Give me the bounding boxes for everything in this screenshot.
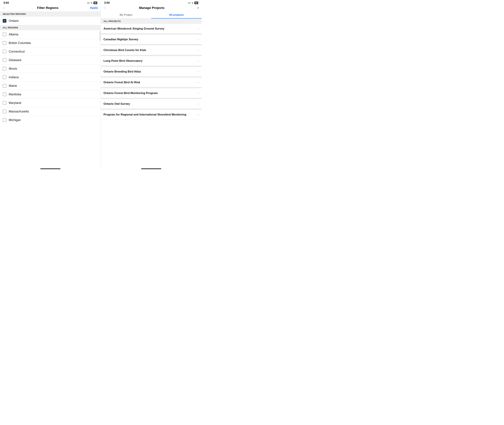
project-row-4[interactable]: Ontario Breeding Bird Atlas › (101, 67, 202, 77)
region-label-6: Maine (9, 84, 17, 88)
project-row-5[interactable]: Ontario Forest Bird At Risk › (101, 78, 202, 87)
time-left: 3:04 (3, 1, 9, 4)
back-button-right[interactable]: ← (103, 6, 106, 10)
project-row-2[interactable]: Christmas Bird Counts for Kids › (101, 45, 202, 55)
chevron-icon-7: › (198, 102, 199, 106)
home-indicator-right (101, 167, 202, 170)
checkbox-alberta[interactable] (3, 33, 6, 36)
project-row-8[interactable]: Program for Regional and International S… (101, 110, 202, 120)
selected-regions-list: Ontario (0, 17, 101, 25)
tab-all-projects[interactable]: All projects (151, 11, 202, 19)
project-label-3: Long Point Bird Observatory (103, 59, 198, 63)
scroll-thumb-left (100, 31, 100, 41)
region-label-7: Manitoba (9, 93, 21, 96)
list-item-illinois[interactable]: Illinois (0, 65, 101, 73)
checkbox-delaware[interactable] (3, 58, 6, 62)
region-label-2: Connecticut (9, 50, 25, 53)
checkbox-ontario[interactable] (3, 19, 6, 23)
project-row-7[interactable]: Ontario Owl Survey › (101, 99, 202, 109)
checkbox-maryland[interactable] (3, 101, 6, 105)
chevron-icon-8: › (198, 113, 199, 116)
chevron-icon-4: › (198, 70, 199, 73)
nav-bar-right: ← Manage Projects ≡ (101, 5, 202, 11)
project-label-7: Ontario Owl Survey (103, 102, 198, 106)
project-row-6[interactable]: Ontario Forest Bird Monitoring Program › (101, 88, 202, 98)
chevron-icon-2: › (198, 48, 199, 52)
list-item-massachusetts[interactable]: Massachusetts (0, 107, 101, 116)
all-regions-list: Alberta British Columbia Connecticut Del… (0, 30, 101, 124)
tab-my-project[interactable]: My Project (101, 11, 151, 19)
project-label-1: Canadian Nightjar Survey (103, 38, 198, 41)
project-row-1[interactable]: Canadian Nightjar Survey › (101, 35, 202, 44)
signal-icon-right: ▪▪▪ (188, 2, 191, 4)
list-item-manitoba[interactable]: Manitoba (0, 90, 101, 99)
region-label-10: Michigan (9, 118, 21, 122)
checkbox-british-columbia[interactable] (3, 41, 6, 45)
list-item-alberta[interactable]: Alberta (0, 30, 101, 39)
project-item-7: Ontario Owl Survey › (101, 99, 202, 110)
scrollbar-left (100, 30, 100, 167)
project-label-0: American Woodcock Singing Ground Survey (103, 27, 198, 30)
tabs-container: My ProjectAll projects (101, 11, 202, 19)
chevron-icon-3: › (198, 59, 199, 63)
project-row-0[interactable]: American Woodcock Singing Ground Survey … (101, 24, 202, 33)
list-item-michigan[interactable]: Michigan (0, 116, 101, 124)
status-icons-right: ▪▪▪ ∿ 52 (188, 1, 198, 4)
status-bar-right: 3:04 ▪▪▪ ∿ 52 (101, 0, 202, 5)
project-item-3: Long Point Bird Observatory › (101, 56, 202, 67)
region-label-3: Delaware (9, 58, 21, 62)
all-projects-header: ALL PROJECTS (101, 19, 202, 24)
project-label-5: Ontario Forest Bird At Risk (103, 81, 198, 84)
all-regions-scroll: Alberta British Columbia Connecticut Del… (0, 30, 101, 167)
list-item-indiana[interactable]: Indiana (0, 73, 101, 82)
region-label-0: Alberta (9, 33, 18, 36)
list-item-british-columbia[interactable]: British Columbia (0, 39, 101, 47)
battery-right: 52 (194, 1, 198, 4)
checkbox-indiana[interactable] (3, 75, 6, 79)
chevron-icon-1: › (198, 38, 199, 41)
project-item-0: American Woodcock Singing Ground Survey … (101, 24, 202, 35)
project-row-3[interactable]: Long Point Bird Observatory › (101, 56, 202, 66)
checkbox-illinois[interactable] (3, 67, 6, 71)
chevron-icon-6: › (198, 91, 199, 95)
status-bar-left: 3:04 ▪▪▪ ∿ 52 (0, 0, 101, 5)
project-label-2: Christmas Bird Counts for Kids (103, 48, 198, 52)
checkbox-connecticut[interactable] (3, 50, 6, 53)
project-item-8: Program for Regional and International S… (101, 110, 202, 120)
checkbox-manitoba[interactable] (3, 93, 6, 96)
list-item-maryland[interactable]: Maryland (0, 99, 101, 107)
nav-bar-left: ← Filter Regions Apply (0, 5, 101, 11)
region-label-ontario: Ontario (9, 19, 19, 23)
apply-button[interactable]: Apply (90, 6, 98, 10)
project-item-4: Ontario Breeding Bird Atlas › (101, 67, 202, 78)
project-label-4: Ontario Breeding Bird Atlas (103, 70, 198, 73)
project-item-6: Ontario Forest Bird Monitoring Program › (101, 88, 202, 99)
region-label-1: British Columbia (9, 41, 31, 45)
right-panel: 3:04 ▪▪▪ ∿ 52 ← Manage Projects ≡ My Pro… (101, 0, 202, 170)
region-label-5: Indiana (9, 76, 19, 79)
checkbox-michigan[interactable] (3, 118, 6, 122)
back-arrow-left: ← (3, 6, 6, 10)
list-item-connecticut[interactable]: Connecticut (0, 47, 101, 56)
region-label-8: Maryland (9, 101, 21, 105)
region-label-4: Illinois (9, 67, 17, 71)
filter-icon[interactable]: ≡ (197, 6, 199, 10)
status-icons-left: ▪▪▪ ∿ 52 (87, 1, 97, 4)
project-label-6: Ontario Forest Bird Monitoring Program (103, 92, 198, 95)
list-item-ontario[interactable]: Ontario (0, 17, 101, 25)
signal-icon-left: ▪▪▪ (87, 2, 89, 4)
list-item-delaware[interactable]: Delaware (0, 56, 101, 65)
region-label-9: Massachusetts (9, 110, 29, 113)
page-title-left: Filter Regions (37, 6, 58, 10)
list-item-maine[interactable]: Maine (0, 82, 101, 90)
page-title-right: Manage Projects (139, 6, 164, 10)
back-button-left[interactable]: ← (3, 6, 6, 10)
project-item-5: Ontario Forest Bird At Risk › (101, 78, 202, 88)
checkbox-maine[interactable] (3, 84, 6, 88)
home-bar-left (40, 168, 61, 169)
all-regions-header: ALL REGIONS (0, 25, 101, 30)
checkbox-massachusetts[interactable] (3, 110, 6, 113)
left-panel: 3:04 ▪▪▪ ∿ 52 ← Filter Regions Apply SEL… (0, 0, 101, 170)
selected-regions-header: SELECTED REGIONS (0, 11, 101, 17)
project-label-8: Program for Regional and International S… (103, 113, 198, 116)
